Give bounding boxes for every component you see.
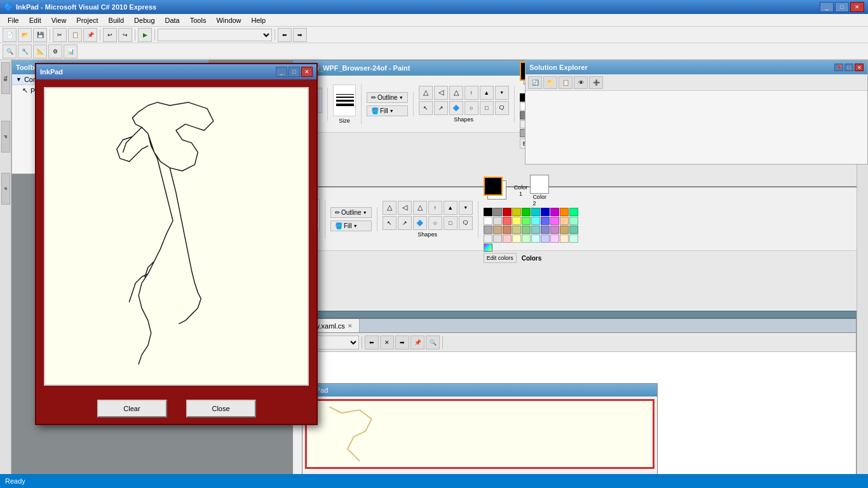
toolbar-redo[interactable]: ↪	[118, 28, 132, 42]
shape-btn-2[interactable]: ◁	[434, 86, 448, 100]
toolbar-cut[interactable]: ✂	[53, 28, 67, 42]
inkpad-close-btn[interactable]: ✕	[301, 67, 313, 77]
menu-file[interactable]: File	[3, 15, 24, 25]
sol-exp-maximize-btn[interactable]: □	[844, 64, 853, 71]
p3-btn1[interactable]: ⬅	[365, 336, 379, 349]
sol-exp-pin-btn[interactable]: 📌	[834, 64, 843, 71]
cp2-2[interactable]	[493, 208, 502, 216]
cp2-9[interactable]	[560, 208, 569, 216]
inkpad-minimize-btn[interactable]: _	[276, 67, 287, 77]
cp2-6[interactable]	[531, 208, 540, 216]
toolbar-nav2[interactable]: ➡	[293, 28, 307, 42]
shape-btn-11[interactable]: 🗨	[495, 101, 509, 115]
shape-btn-4[interactable]: ↑	[465, 86, 478, 100]
s2-3[interactable]: △	[413, 201, 427, 215]
cp2-26[interactable]	[531, 226, 540, 234]
cp2-22[interactable]	[493, 226, 502, 234]
toolbar2-btn4[interactable]: ⚙	[48, 44, 62, 58]
cp2-33[interactable]	[503, 234, 512, 243]
ide-left-btn2[interactable]: P	[1, 121, 10, 152]
p3-btn4[interactable]: 📌	[410, 336, 424, 349]
menu-view[interactable]: View	[46, 15, 72, 25]
menu-project[interactable]: Project	[71, 15, 103, 25]
minimize-button[interactable]: _	[820, 2, 834, 12]
cp2-39[interactable]	[560, 234, 569, 243]
cp2-18[interactable]	[550, 217, 559, 225]
cp2-36[interactable]	[531, 234, 540, 243]
p3-btn2[interactable]: ✕	[380, 336, 394, 349]
shape-btn-6[interactable]: ↖	[419, 101, 433, 115]
cp2-8[interactable]	[550, 208, 559, 216]
cp2-40[interactable]	[569, 234, 578, 243]
cp2-32[interactable]	[493, 234, 502, 243]
inkpad-drawing-canvas[interactable]	[44, 87, 309, 386]
cp2-37[interactable]	[541, 234, 550, 243]
toolbar-nav1[interactable]: ⬅	[278, 28, 292, 42]
config-dropdown[interactable]	[158, 29, 272, 41]
sol-exp-close-btn[interactable]: ✕	[855, 64, 864, 71]
cp2-13[interactable]	[503, 217, 512, 225]
toolbar-paste[interactable]: 📌	[83, 28, 97, 42]
menu-data[interactable]: Data	[160, 15, 185, 25]
cp2-35[interactable]	[522, 234, 531, 243]
menu-build[interactable]: Build	[104, 15, 129, 25]
s2-1[interactable]: △	[383, 201, 397, 215]
s2-8[interactable]: 🔷	[413, 216, 427, 230]
close-dialog-button[interactable]: Close	[186, 400, 256, 417]
toolbar-run[interactable]: ▶	[138, 28, 152, 42]
s2-2[interactable]: ◁	[398, 201, 412, 215]
maximize-button[interactable]: □	[835, 2, 849, 12]
shape-btn-9[interactable]: ○	[465, 101, 478, 115]
cp2-41[interactable]	[484, 243, 492, 252]
tab-close-btn[interactable]: ✕	[348, 323, 353, 329]
close-button[interactable]: ✕	[850, 2, 864, 12]
toolbar-copy[interactable]: 📋	[68, 28, 82, 42]
fill-btn[interactable]: 🪣 Fill ▼	[367, 105, 408, 116]
s2-6[interactable]: ↖	[383, 216, 397, 230]
shape-btn-5[interactable]: ▲	[480, 86, 494, 100]
toolbar2-btn3[interactable]: 📐	[33, 44, 47, 58]
sol-exp-show-all[interactable]: 📁	[543, 76, 557, 89]
cp2-11[interactable]	[484, 217, 492, 225]
toolbar2-btn2[interactable]: 🔧	[18, 44, 32, 58]
p3-btn5[interactable]: 🔍	[426, 336, 440, 349]
cp2-1[interactable]	[484, 208, 492, 216]
cp2-34[interactable]	[512, 234, 521, 243]
cp2-17[interactable]	[541, 217, 550, 225]
s2-9[interactable]: ○	[428, 216, 442, 230]
shape-btn-7[interactable]: ↗	[434, 101, 448, 115]
cp2-25[interactable]	[522, 226, 531, 234]
cp2-5[interactable]	[522, 208, 531, 216]
ide-left-btn1[interactable]: TB	[1, 62, 10, 94]
menu-window[interactable]: Window	[211, 15, 246, 25]
cp2-31[interactable]	[484, 234, 492, 243]
edit-colors-btn-2[interactable]: Edit colors	[484, 253, 517, 263]
cp2-21[interactable]	[484, 226, 492, 234]
cp2-27[interactable]	[541, 226, 550, 234]
cp2-14[interactable]	[512, 217, 521, 225]
inkpad-maximize-btn[interactable]: □	[288, 67, 300, 77]
menu-help[interactable]: Help	[247, 15, 271, 25]
s2-4[interactable]: ↑	[428, 201, 442, 215]
shape-btn-10[interactable]: □	[480, 101, 494, 115]
outline-btn-2[interactable]: ✏ Outline ▼	[330, 207, 372, 218]
s2-10[interactable]: □	[444, 216, 458, 230]
toolbar-open[interactable]: 📂	[18, 28, 32, 42]
s2-7[interactable]: ↗	[398, 216, 412, 230]
p3-btn3[interactable]: ➡	[395, 336, 409, 349]
s2-5[interactable]: ▲	[444, 201, 458, 215]
shape-btn-8[interactable]: 🔷	[449, 101, 463, 115]
menu-edit[interactable]: Edit	[24, 15, 46, 25]
ide-left-btn3[interactable]: F	[1, 173, 10, 205]
cp2-24[interactable]	[512, 226, 521, 234]
s2-scroll[interactable]: ▼	[459, 201, 473, 215]
color2-btn-2[interactable]: Color2	[530, 175, 549, 207]
shape-btn-scroll[interactable]: ▼	[495, 86, 509, 100]
cp2-23[interactable]	[503, 226, 512, 234]
cp2-12[interactable]	[493, 217, 502, 225]
toolbar2-btn5[interactable]: 📊	[64, 44, 78, 58]
toolbar2-btn1[interactable]: 🔍	[3, 44, 17, 58]
cp2-3[interactable]	[503, 208, 512, 216]
menu-debug[interactable]: Debug	[129, 15, 159, 25]
sol-exp-prop[interactable]: 📋	[559, 76, 573, 89]
